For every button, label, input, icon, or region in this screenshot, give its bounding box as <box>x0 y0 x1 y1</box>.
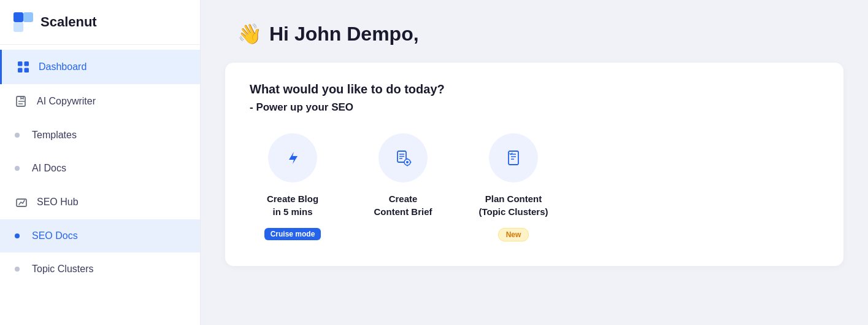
content-brief-label: CreateContent Brief <box>374 192 432 218</box>
sidebar-item-seo-hub[interactable]: SEO Hub <box>0 185 200 219</box>
create-blog-icon-bg <box>268 133 317 182</box>
svg-point-12 <box>391 146 415 170</box>
cruise-mode-badge: Cruise mode <box>264 228 321 240</box>
app-name: Scalenut <box>40 14 97 30</box>
sidebar-item-label-seo-hub: SEO Hub <box>37 197 79 208</box>
svg-rect-6 <box>25 68 29 73</box>
greeting-name: Hi John Dempo, <box>269 23 419 45</box>
doc-settings-icon <box>391 146 415 170</box>
sidebar-item-seo-docs[interactable]: SEO Docs <box>0 219 200 253</box>
plan-content-icon-bg <box>489 133 538 182</box>
dot-icon-ai-docs <box>15 166 20 171</box>
sidebar-item-label-topic-clusters: Topic Clusters <box>32 264 93 275</box>
edit-icon <box>15 95 28 108</box>
svg-rect-3 <box>18 61 23 66</box>
sidebar-item-label-ai-docs: AI Docs <box>32 163 66 174</box>
main-content: 👋 Hi John Dempo, What would you like to … <box>201 0 868 325</box>
dot-icon-topic-clusters <box>15 267 20 272</box>
action-card-section: What would you like to do today? - Power… <box>225 63 843 266</box>
svg-rect-1 <box>23 12 33 22</box>
content-brief-icon-bg <box>378 133 428 182</box>
action-cards-container: Create Blogin 5 mins Cruise mode <box>250 133 819 241</box>
sidebar-item-dashboard[interactable]: Dashboard <box>0 50 200 84</box>
action-card-create-blog[interactable]: Create Blogin 5 mins Cruise mode <box>250 133 336 240</box>
card-title: What would you like to do today? <box>250 82 819 96</box>
bolt-icon <box>280 146 305 170</box>
dot-icon-seo-docs <box>15 233 20 238</box>
sidebar: Scalenut Dashboard <box>0 0 201 325</box>
sidebar-item-ai-copywriter[interactable]: AI Copywriter <box>0 84 200 119</box>
sidebar-item-ai-docs[interactable]: AI Docs <box>0 152 200 185</box>
svg-rect-0 <box>13 12 23 22</box>
grid-icon <box>17 61 30 73</box>
card-subtitle: - Power up your SEO <box>250 101 819 114</box>
sidebar-item-topic-clusters[interactable]: Topic Clusters <box>0 253 200 286</box>
action-card-content-brief[interactable]: CreateContent Brief <box>360 133 446 218</box>
sidebar-item-templates[interactable]: Templates <box>0 119 200 152</box>
greeting-section: 👋 Hi John Dempo, <box>201 0 868 63</box>
svg-point-18 <box>406 161 409 163</box>
sidebar-item-label-ai-copywriter: AI Copywriter <box>37 96 96 107</box>
greeting-text: 👋 Hi John Dempo, <box>237 22 831 45</box>
create-blog-label: Create Blogin 5 mins <box>267 192 318 218</box>
scalenut-logo-icon <box>12 11 34 33</box>
sidebar-item-label-templates: Templates <box>32 130 77 141</box>
sidebar-item-label-dashboard: Dashboard <box>39 61 86 72</box>
svg-point-23 <box>501 146 526 170</box>
sidebar-nav: Dashboard AI Copywriter Templates AI Doc… <box>0 45 200 325</box>
plan-content-label: Plan Content(Topic Clusters) <box>478 192 548 218</box>
new-badge: New <box>498 228 529 241</box>
dot-icon-templates <box>15 133 20 138</box>
greeting-emoji: 👋 <box>237 22 262 45</box>
svg-rect-4 <box>25 61 29 66</box>
svg-rect-5 <box>18 68 23 73</box>
checklist-icon <box>501 146 526 170</box>
svg-rect-2 <box>13 22 23 32</box>
chart-icon <box>15 196 28 208</box>
logo-area: Scalenut <box>0 0 200 45</box>
sidebar-item-label-seo-docs: SEO Docs <box>32 230 78 241</box>
action-card-plan-content[interactable]: Plan Content(Topic Clusters) New <box>470 133 556 241</box>
